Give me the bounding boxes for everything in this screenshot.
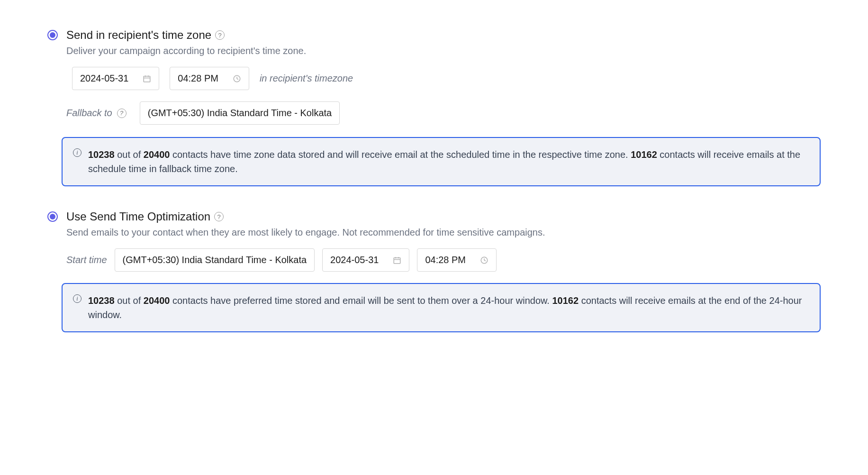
- calendar-icon: [143, 74, 151, 83]
- recipient-timezone-description: Deliver your campaign according to recip…: [66, 46, 821, 56]
- clock-icon: [233, 74, 241, 83]
- recipient-timezone-radio[interactable]: [47, 30, 58, 40]
- send-time-optimization-title: Use Send Time Optimization: [66, 210, 210, 223]
- fallback-timezone-select[interactable]: (GMT+05:30) India Standard Time - Kolkat…: [140, 101, 340, 125]
- info-icon: i: [73, 294, 81, 303]
- time-value: 04:28 PM: [178, 73, 218, 84]
- radio-selected-dot: [50, 214, 55, 219]
- recipient-timezone-title-row: Send in recipient's time zone ?: [66, 28, 225, 42]
- start-time-value: 04:28 PM: [425, 255, 466, 265]
- svg-rect-7: [394, 257, 401, 263]
- fallback-row: Fallback to ? (GMT+05:30) India Standard…: [66, 101, 821, 125]
- time-input[interactable]: 04:28 PM: [170, 67, 249, 90]
- fallback-timezone-value: (GMT+05:30) India Standard Time - Kolkat…: [148, 108, 332, 119]
- send-time-optimization-radio[interactable]: [47, 211, 58, 222]
- info-text: 10238 out of 20400 contacts have time zo…: [88, 147, 809, 176]
- timezone-hint: in recipient's timezone: [260, 73, 353, 84]
- help-icon[interactable]: ?: [117, 109, 127, 118]
- count-fallback: 10162: [631, 149, 657, 160]
- count-fallback: 10162: [552, 295, 579, 306]
- start-date-input[interactable]: 2024-05-31: [322, 248, 409, 272]
- recipient-timezone-section: Send in recipient's time zone ? Deliver …: [47, 28, 821, 186]
- help-icon[interactable]: ?: [214, 212, 224, 221]
- fallback-label: Fallback to: [66, 108, 112, 119]
- svg-rect-0: [144, 76, 151, 82]
- count-total: 20400: [144, 149, 170, 160]
- start-time-row: Start time (GMT+05:30) India Standard Ti…: [66, 248, 821, 272]
- info-icon-wrap: i: [73, 147, 81, 176]
- send-time-optimization-title-row: Use Send Time Optimization ?: [66, 210, 224, 223]
- radio-selected-dot: [50, 32, 55, 38]
- send-time-optimization-section: Use Send Time Optimization ? Send emails…: [47, 210, 821, 332]
- send-time-optimization-info-callout: i 10238 out of 20400 contacts have prefe…: [62, 283, 821, 332]
- radio-row: Use Send Time Optimization ?: [47, 210, 821, 223]
- start-time-input[interactable]: 04:28 PM: [417, 248, 497, 272]
- help-icon[interactable]: ?: [215, 30, 225, 40]
- count-total: 20400: [144, 295, 170, 306]
- start-time-label: Start time: [66, 255, 107, 265]
- datetime-row: 2024-05-31 04:28 PM in recipient's timez…: [72, 67, 821, 90]
- info-icon-wrap: i: [73, 293, 81, 322]
- radio-row: Send in recipient's time zone ?: [47, 28, 821, 42]
- start-timezone-select[interactable]: (GMT+05:30) India Standard Time - Kolkat…: [115, 248, 315, 272]
- info-icon: i: [73, 148, 81, 157]
- start-date-value: 2024-05-31: [330, 255, 379, 265]
- date-value: 2024-05-31: [80, 73, 128, 84]
- recipient-timezone-title: Send in recipient's time zone: [66, 28, 211, 42]
- recipient-timezone-info-callout: i 10238 out of 20400 contacts have time …: [62, 137, 821, 186]
- count-with-tz: 10238: [88, 149, 115, 160]
- send-time-optimization-description: Send emails to your contact when they ar…: [66, 227, 821, 238]
- info-text: 10238 out of 20400 contacts have preferr…: [88, 293, 809, 322]
- count-with-pref: 10238: [88, 295, 115, 306]
- svg-line-6: [237, 79, 238, 80]
- clock-icon: [480, 256, 488, 265]
- svg-line-13: [484, 260, 486, 261]
- fallback-label-wrap: Fallback to ?: [66, 108, 127, 119]
- date-input[interactable]: 2024-05-31: [72, 67, 159, 90]
- calendar-icon: [393, 256, 401, 265]
- start-timezone-value: (GMT+05:30) India Standard Time - Kolkat…: [123, 255, 307, 265]
